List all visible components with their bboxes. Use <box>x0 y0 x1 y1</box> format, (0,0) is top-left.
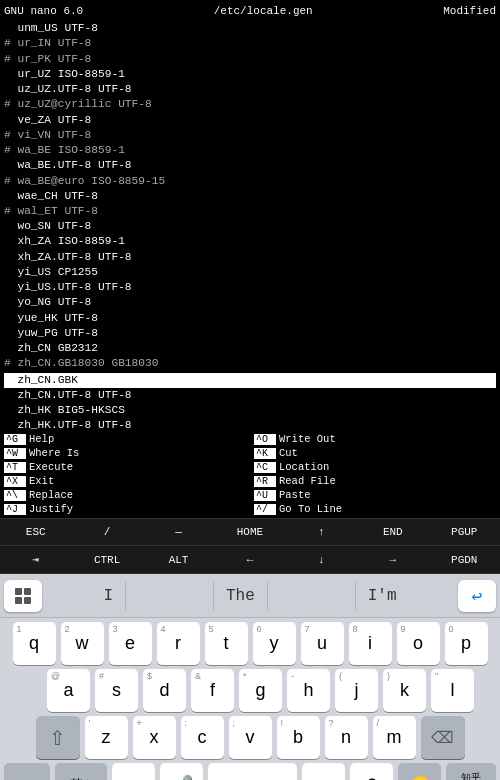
key-v[interactable]: ;v <box>229 716 272 759</box>
key-l[interactable]: "l <box>431 669 474 712</box>
key-i[interactable]: 8i <box>349 622 392 665</box>
shortcut-key: ^U <box>254 490 276 501</box>
shortcut-item[interactable]: ^\Replace <box>0 488 250 502</box>
shortcut-item[interactable]: ^OWrite Out <box>250 432 500 446</box>
key-t[interactable]: 5t <box>205 622 248 665</box>
key-question[interactable]: ？ <box>350 763 393 780</box>
keyboard-confirm-button[interactable]: ↩ <box>458 580 496 612</box>
svg-rect-2 <box>15 597 22 604</box>
nav-key[interactable]: END <box>357 524 428 540</box>
terminal-line: xh_ZA ISO-8859-1 <box>4 234 496 249</box>
key-b[interactable]: !b <box>277 716 320 759</box>
key-period[interactable]: 。 <box>302 763 345 780</box>
key-⌫[interactable]: ⌫ <box>421 716 465 759</box>
shortcut-label: Replace <box>29 489 73 501</box>
key-s[interactable]: #s <box>95 669 138 712</box>
nav-key[interactable]: CTRL <box>71 552 142 568</box>
shortcut-item[interactable]: ^RRead File <box>250 474 500 488</box>
key-h[interactable]: -h <box>287 669 330 712</box>
shortcut-item[interactable]: ^KCut <box>250 446 500 460</box>
keyboard-row-1: 1q2w3e4r5t6y7u8i9o0p <box>0 618 500 665</box>
key-microphone[interactable]: 🎤 <box>160 763 203 780</box>
nav-key[interactable]: — <box>143 524 214 540</box>
nav-key[interactable]: HOME <box>214 524 285 540</box>
keyboard-row-2: @a#s$d&f*g-h(j)k"l <box>0 665 500 712</box>
key-emoji[interactable]: 😊 <box>398 763 441 780</box>
key-comma[interactable]: ， <box>112 763 155 780</box>
shortcut-item[interactable]: ^XExit <box>0 474 250 488</box>
key-w[interactable]: 2w <box>61 622 104 665</box>
shortcut-label: Read File <box>279 475 336 487</box>
shortcut-item[interactable]: ^TExecute <box>0 460 250 474</box>
file-path: /etc/locale.gen <box>214 4 313 19</box>
key-search-return[interactable]: 知乎搜索 <box>446 763 496 780</box>
pred-word-1[interactable]: I <box>91 582 126 610</box>
pred-word-3[interactable]: I'm <box>355 582 409 610</box>
key-num-switch[interactable]: ?123 <box>4 763 50 780</box>
shortcut-key: ^O <box>254 434 276 445</box>
nav-key[interactable]: PGUP <box>429 524 500 540</box>
shortcut-key: ^G <box>4 434 26 445</box>
key-p[interactable]: 0p <box>445 622 488 665</box>
terminal-content: unm_US UTF-8# ur_IN UTF-8# ur_PK UTF-8 u… <box>4 21 496 430</box>
confirm-icon: ↩ <box>472 585 483 607</box>
keyboard[interactable]: I The I'm ↩ 1q2w3e4r5t6y7u8i9o0p@a#s$d&f… <box>0 574 500 780</box>
shortcut-label: Exit <box>29 475 54 487</box>
shortcut-item[interactable]: ^CLocation <box>250 460 500 474</box>
svg-rect-3 <box>24 597 31 604</box>
key-space[interactable] <box>208 763 297 780</box>
nav-key[interactable]: ⇥ <box>0 551 71 568</box>
keyboard-toggle-button[interactable] <box>4 580 42 612</box>
nav-key[interactable]: ↓ <box>286 552 357 568</box>
key-u[interactable]: 7u <box>301 622 344 665</box>
shortcut-key: ^R <box>254 476 276 487</box>
shortcut-label: Location <box>279 461 329 473</box>
key-o[interactable]: 9o <box>397 622 440 665</box>
key-g[interactable]: *g <box>239 669 282 712</box>
keyboard-row-3: ⇧'z+x:c;v!b?n/m⌫ <box>0 712 500 759</box>
nav-key[interactable]: ALT <box>143 552 214 568</box>
key-y[interactable]: 6y <box>253 622 296 665</box>
terminal-line: wo_SN UTF-8 <box>4 219 496 234</box>
pred-word-2[interactable]: The <box>213 582 268 610</box>
key-r[interactable]: 4r <box>157 622 200 665</box>
key-q[interactable]: 1q <box>13 622 56 665</box>
nav-key[interactable]: ← <box>214 552 285 568</box>
shortcut-item[interactable]: ^JJustify <box>0 502 250 516</box>
terminal-line: ve_ZA UTF-8 <box>4 113 496 128</box>
nav-key[interactable]: PGDN <box>429 552 500 568</box>
key-j[interactable]: (j <box>335 669 378 712</box>
nav-key[interactable]: ESC <box>0 524 71 540</box>
nav-key[interactable]: → <box>357 552 428 568</box>
key-z[interactable]: 'z <box>85 716 128 759</box>
shortcut-item[interactable]: ^UPaste <box>250 488 500 502</box>
shortcut-key: ^/ <box>254 504 276 515</box>
key-e[interactable]: 3e <box>109 622 152 665</box>
key-k[interactable]: )k <box>383 669 426 712</box>
key-n[interactable]: ?n <box>325 716 368 759</box>
terminal-header: GNU nano 6.0 /etc/locale.gen Modified <box>4 4 496 19</box>
terminal-line: yo_NG UTF-8 <box>4 295 496 310</box>
terminal-line: xh_ZA.UTF-8 UTF-8 <box>4 250 496 265</box>
nav-bar-row2: ⇥CTRLALT←↓→PGDN <box>0 546 500 574</box>
key-a[interactable]: @a <box>47 669 90 712</box>
shortcut-item[interactable]: ^GHelp <box>0 432 250 446</box>
key-m[interactable]: /m <box>373 716 416 759</box>
nav-key[interactable]: ↑ <box>286 524 357 540</box>
key-language[interactable]: 英中 <box>55 763 107 780</box>
shortcut-key: ^K <box>254 448 276 459</box>
key-⇧[interactable]: ⇧ <box>36 716 80 759</box>
key-f[interactable]: &f <box>191 669 234 712</box>
shortcut-item[interactable]: ^/Go To Line <box>250 502 500 516</box>
predictive-bar: I The I'm ↩ <box>0 574 500 618</box>
terminal-line: yuw_PG UTF-8 <box>4 326 496 341</box>
shortcut-bar: ^GHelp^OWrite Out^WWhere Is^KCut^TExecut… <box>0 430 500 518</box>
key-x[interactable]: +x <box>133 716 176 759</box>
key-d[interactable]: $d <box>143 669 186 712</box>
key-c[interactable]: :c <box>181 716 224 759</box>
terminal-line: zh_HK.UTF-8 UTF-8 <box>4 418 496 430</box>
shortcut-item[interactable]: ^WWhere Is <box>0 446 250 460</box>
keyboard-rows: 1q2w3e4r5t6y7u8i9o0p@a#s$d&f*g-h(j)k"l⇧'… <box>0 618 500 780</box>
nav-key[interactable]: / <box>71 524 142 540</box>
shortcut-label: Write Out <box>279 433 336 445</box>
